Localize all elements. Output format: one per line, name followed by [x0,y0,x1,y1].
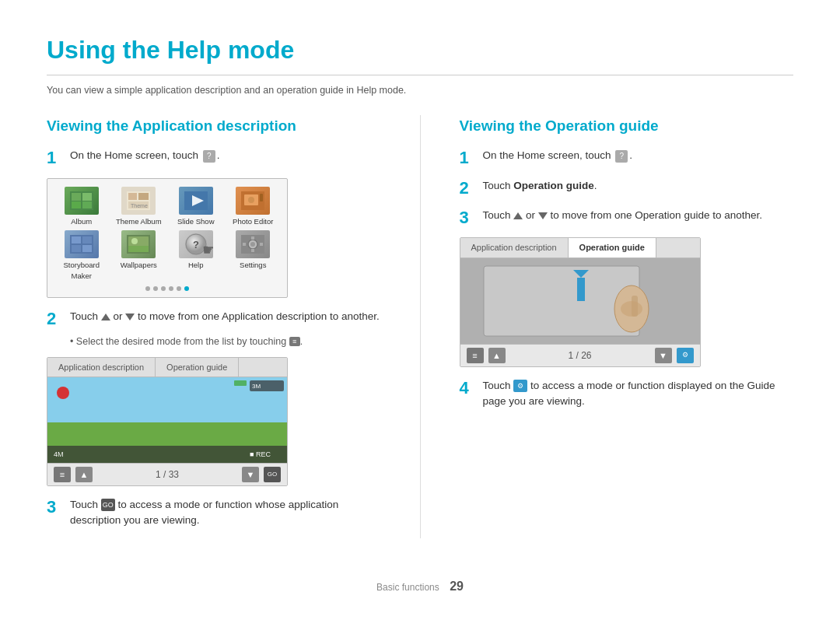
app-settings: Settings [227,230,280,282]
right-step-4-text: Touch ⚙ to access a mode or function dis… [483,378,794,410]
svg-text:?: ? [193,239,199,250]
app-help: ? ☛ Help [170,230,222,282]
operation-guide-screenshot [460,258,700,344]
theme-label: Theme Album [116,216,162,227]
home-screen-mockup: Album Theme Theme Album [47,178,288,299]
tab-app-desc-right: Application description [460,238,569,257]
svg-rect-17 [72,236,81,243]
help-ui-left: Application description Operation guide … [47,357,288,487]
album-label: Album [71,216,92,227]
page-title: Using the Help mode [47,31,793,68]
app-photoeditor: Photo Editor [227,187,280,227]
storyboard-icon [65,230,99,258]
svg-point-51 [621,301,642,317]
svg-rect-32 [243,243,246,246]
settings-go-icon: ⚙ [513,380,527,392]
left-step-2-text: Touch or to move from one Application de… [70,309,380,324]
up-arrow-icon [101,313,110,321]
app-slideshow: Slide Show [170,187,222,227]
svg-rect-24 [128,246,149,252]
up-arrow-right [513,212,523,219]
left-step-1-num: 1 [47,148,64,168]
main-content: Viewing the Application description 1 On… [47,115,793,538]
carousel-dots [55,286,279,291]
help-icon: ? ☛ [179,230,213,258]
slideshow-label: Slide Show [177,216,215,227]
go-btn-left: GO [264,467,281,482]
down-arrow-icon [125,313,135,321]
svg-rect-46 [577,278,585,301]
up-btn-right: ▲ [488,348,506,363]
right-step-2: 2 Touch Operation guide. [460,178,794,198]
svg-rect-1 [72,193,81,201]
right-step-1: 1 On the Home screen, touch ?. [460,148,794,168]
svg-rect-18 [82,236,92,243]
svg-text:Theme: Theme [131,203,148,208]
svg-rect-30 [251,236,254,240]
landscape-screenshot: 3M 4M ■ REC [47,377,287,463]
help-question-icon: ? [203,150,215,163]
dot-3 [161,286,166,291]
left-bullet: Select the desired mode from the list by… [70,335,381,349]
dot-2 [153,286,158,291]
page-indicator-right: 1 / 26 [510,349,650,363]
help-tabs-left: Application description Operation guide [47,358,287,378]
down-btn-left: ▼ [242,467,259,482]
left-section-title: Viewing the Application description [47,115,381,138]
svg-rect-15 [260,194,263,201]
photoeditor-label: Photo Editor [233,216,273,227]
footer-page-num: 29 [450,580,464,593]
go-icon-left: GO [101,499,115,511]
help-bottom-bar-left: ≡ ▲ 1 / 33 ▼ GO [47,463,287,485]
photoeditor-icon [236,187,270,215]
wallpapers-icon [121,230,156,258]
right-step-3: 3 Touch or to move from one Operation gu… [460,208,794,228]
tab-op-guide-right: Operation guide [569,238,656,257]
app-grid: Album Theme Theme Album [55,187,279,282]
right-step-4: 4 Touch ⚙ to access a mode or function d… [460,378,794,410]
svg-rect-7 [138,193,149,200]
wallpapers-label: Wallpapers [121,260,157,271]
left-step-2-num: 2 [47,309,64,329]
svg-point-29 [250,242,255,247]
right-step-1-text: On the Home screen, touch ?. [483,148,633,163]
down-btn-right: ▼ [655,348,672,363]
right-step-3-num: 3 [460,208,477,228]
page-subtitle: You can view a simple application descri… [47,83,793,98]
svg-rect-20 [82,245,92,252]
svg-point-39 [57,387,69,399]
app-album: Album [55,187,108,227]
left-step-1: 1 On the Home screen, touch ?. [47,148,381,168]
dot-6 [184,286,189,291]
up-btn-left: ▲ [75,467,93,482]
svg-text:■ REC: ■ REC [250,450,271,458]
help-label: Help [188,260,204,271]
settings-label: Settings [240,260,266,271]
svg-point-23 [131,238,138,244]
settings-icon [236,230,270,258]
left-step-3: 3 Touch GO to access a mode or function … [47,497,381,529]
right-step-1-num: 1 [460,148,477,168]
page-footer: Basic functions 29 [47,577,793,596]
album-icon [65,187,99,215]
svg-text:4M: 4M [54,450,64,458]
dot-1 [145,286,150,291]
down-arrow-right [538,212,548,219]
app-wallpapers: Wallpapers [113,230,166,282]
svg-point-14 [248,197,254,203]
tab-app-desc-left: Application description [47,358,156,377]
help-content-left: 3M 4M ■ REC [47,377,287,463]
app-theme: Theme Theme Album [113,187,166,227]
footer-label: Basic functions [376,582,439,593]
help-content-right [460,258,700,344]
right-step-3-text: Touch or to move from one Operation guid… [483,208,762,223]
right-section-title: Viewing the Operation guide [460,115,794,138]
dot-4 [169,286,173,291]
list-icon-left: ≡ [54,467,71,482]
svg-rect-6 [128,193,137,200]
left-column: Viewing the Application description 1 On… [47,115,381,538]
left-step-2: 2 Touch or to move from one Application … [47,309,381,329]
help-tabs-right: Application description Operation guide [460,238,700,258]
dot-5 [177,286,181,291]
title-divider [47,75,793,75]
